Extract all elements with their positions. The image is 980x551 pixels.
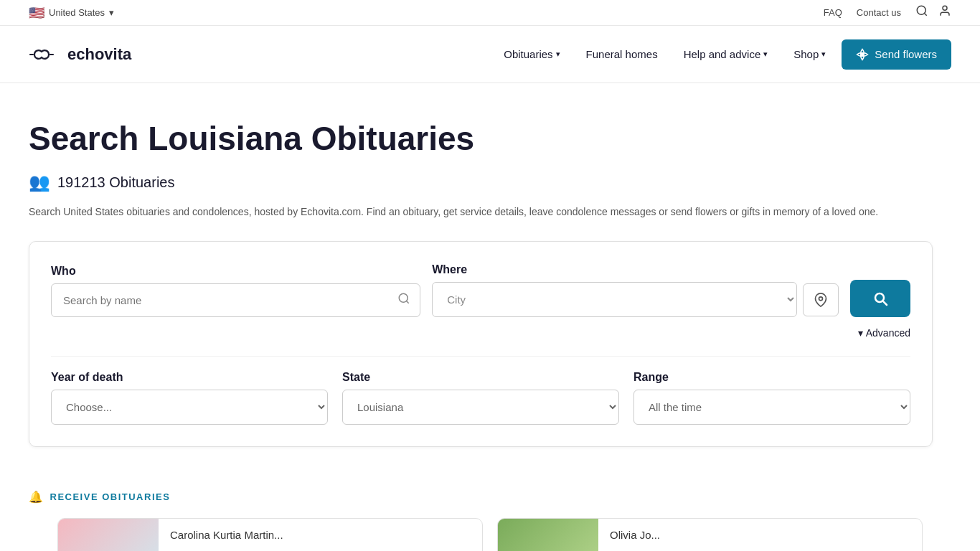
where-label: Where <box>432 263 839 276</box>
card-image-2 <box>498 519 598 551</box>
year-of-death-field: Year of death Choose... <box>51 371 328 425</box>
country-name: United States <box>49 7 105 18</box>
chevron-down-icon: ▾ <box>858 327 863 339</box>
location-button[interactable] <box>803 283 839 316</box>
state-label: State <box>342 371 619 384</box>
page-title: Search Louisiana Obituaries <box>29 119 951 158</box>
year-select[interactable]: Choose... <box>51 390 328 425</box>
search-icon-button[interactable] <box>915 4 928 21</box>
location-icon <box>814 293 828 307</box>
nav-help-advice[interactable]: Help and advice ▾ <box>674 42 778 66</box>
country-selector[interactable]: 🇺🇸 United States ▾ <box>29 5 114 21</box>
state-field: State Louisiana <box>342 371 619 425</box>
main-nav: echovita Obituaries ▾ Funeral homes Help… <box>0 26 980 83</box>
who-field: Who <box>51 265 420 317</box>
chevron-down-icon: ▾ <box>821 50 826 59</box>
flower-icon <box>856 48 869 61</box>
range-label: Range <box>633 371 910 384</box>
state-select[interactable]: Louisiana <box>342 390 619 425</box>
top-bar-right: FAQ Contact us <box>824 4 951 21</box>
advanced-toggle[interactable]: ▾ Advanced <box>51 327 910 339</box>
range-field: Range All the time <box>633 371 910 425</box>
range-select[interactable]: All the time <box>633 390 910 425</box>
where-field: Where City <box>432 263 839 317</box>
search-icon <box>872 290 889 307</box>
logo[interactable]: echovita <box>29 45 131 64</box>
obituary-card-1[interactable]: Carolina Kurtia Martin... <box>57 518 483 551</box>
card-image-1 <box>58 519 159 551</box>
chevron-down-icon: ▾ <box>763 50 768 59</box>
city-select-wrapper: City <box>432 282 839 317</box>
chevron-down-icon: ▾ <box>556 50 560 59</box>
svg-point-8 <box>819 297 823 301</box>
search-button[interactable] <box>850 280 910 317</box>
hero-section: Search Louisiana Obituaries 👥 191213 Obi… <box>0 83 980 468</box>
bell-icon: 🔔 <box>29 490 44 504</box>
year-label: Year of death <box>51 371 328 384</box>
top-bar-icons <box>915 4 951 21</box>
logo-icon <box>29 46 60 63</box>
obituary-card-2[interactable]: Olivia Jo... <box>497 518 923 551</box>
who-label: Who <box>51 265 420 278</box>
nav-links: Obituaries ▾ Funeral homes Help and advi… <box>494 39 951 70</box>
contact-link[interactable]: Contact us <box>857 7 901 18</box>
hero-description: Search United States obituaries and cond… <box>29 204 933 220</box>
send-flowers-button[interactable]: Send flowers <box>842 39 951 70</box>
city-select[interactable]: City <box>432 282 797 317</box>
nav-funeral-homes[interactable]: Funeral homes <box>576 42 668 66</box>
top-bar: 🇺🇸 United States ▾ FAQ Contact us <box>0 0 980 26</box>
receive-section: 🔔 RECEIVE OBITUARIES Carolina Kurtia Mar… <box>0 468 980 551</box>
obituary-cards-preview: Carolina Kurtia Martin... Olivia Jo... <box>29 518 951 551</box>
advanced-filters: Year of death Choose... State Louisiana … <box>51 356 910 425</box>
faq-link[interactable]: FAQ <box>824 7 842 18</box>
nav-obituaries[interactable]: Obituaries ▾ <box>494 42 570 66</box>
nav-shop[interactable]: Shop ▾ <box>783 42 836 66</box>
search-row-main: Who Where City <box>51 263 910 317</box>
svg-point-0 <box>917 6 925 14</box>
logo-text: echovita <box>67 45 131 64</box>
svg-line-1 <box>924 13 926 15</box>
search-by-name-input[interactable] <box>51 283 420 317</box>
card-name-2: Olivia Jo... <box>598 519 672 551</box>
people-icon: 👥 <box>29 172 50 192</box>
card-name-1: Carolina Kurtia Martin... <box>159 519 295 551</box>
obituary-count: 👥 191213 Obituaries <box>29 172 951 192</box>
flag-icon: 🇺🇸 <box>29 5 44 21</box>
svg-point-2 <box>943 6 947 10</box>
receive-heading: 🔔 RECEIVE OBITUARIES <box>29 490 951 504</box>
search-card: Who Where City <box>29 241 933 447</box>
account-icon-button[interactable] <box>938 4 951 21</box>
name-input-wrapper <box>51 283 420 317</box>
chevron-down-icon: ▾ <box>109 7 114 18</box>
